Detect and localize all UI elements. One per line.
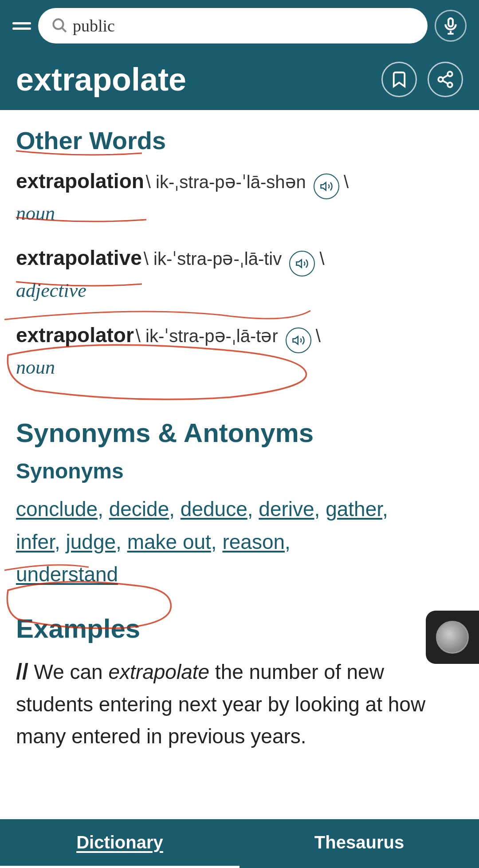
entry-pos-1: noun xyxy=(16,202,463,225)
search-icon xyxy=(51,16,67,35)
word-entry-extrapolative: extrapolative \ ik-ˈstra-pə-ˌlā-tiv \ ad… xyxy=(16,246,463,301)
hamburger-menu[interactable] xyxy=(12,22,31,30)
synonym-derive[interactable]: derive xyxy=(259,497,314,521)
word-header: extrapolate xyxy=(0,51,479,110)
syn-ant-title: Synonyms & Antonyms xyxy=(16,418,314,448)
svg-line-9 xyxy=(443,75,448,78)
entry-pron-2: \ ik-ˈstra-pə-ˌlā-tiv xyxy=(144,249,287,268)
tab-thesaurus-label: Thesaurus xyxy=(314,832,404,852)
synonym-deduce[interactable]: deduce xyxy=(181,497,247,521)
examples-section: Examples // We can extrapolate the numbe… xyxy=(16,613,463,752)
bookmark-button[interactable] xyxy=(381,62,417,97)
synonym-make-out[interactable]: make out xyxy=(127,530,211,553)
entry-sep-3: \ xyxy=(316,326,321,346)
svg-point-0 xyxy=(53,19,63,29)
svg-point-6 xyxy=(438,77,443,82)
synonym-decide[interactable]: decide xyxy=(109,497,169,521)
entry-sep-2: \ xyxy=(319,249,324,268)
svg-point-5 xyxy=(448,72,452,77)
synonym-judge[interactable]: judge xyxy=(66,530,116,553)
search-input[interactable] xyxy=(73,16,415,36)
entry-pron-3: \ ik-ˈstra-pə-ˌlā-tər xyxy=(136,326,283,346)
synonyms-label: Synonyms xyxy=(16,459,463,483)
synonym-conclude[interactable]: conclude xyxy=(16,497,98,521)
example-text: // We can extrapolate the number of new … xyxy=(16,655,463,752)
audio-btn-1[interactable] xyxy=(314,174,339,199)
synonym-understand[interactable]: understand xyxy=(16,563,118,586)
tab-dictionary-label: Dictionary xyxy=(76,832,163,852)
svg-rect-2 xyxy=(448,18,453,26)
audio-btn-3[interactable] xyxy=(286,327,311,353)
word-entry-extrapolation: extrapolation \ ik-ˌstra-pə-ˈlā-shən \ n… xyxy=(16,169,463,225)
synonym-infer[interactable]: infer xyxy=(16,530,55,553)
accessibility-icon xyxy=(436,621,469,654)
entry-name-3: extrapolator xyxy=(16,324,134,347)
svg-line-8 xyxy=(443,81,448,84)
svg-line-1 xyxy=(62,28,66,32)
synonyms-antonyms-section: Synonyms & Antonyms Synonyms conclude, d… xyxy=(16,400,463,591)
svg-marker-11 xyxy=(297,260,302,268)
main-content: Other Words extrapolation \ ik-ˌstra-pə-… xyxy=(0,110,479,841)
other-words-title: Other Words xyxy=(16,126,463,155)
entry-sep-1: \ xyxy=(344,172,349,192)
synonym-reason[interactable]: reason xyxy=(222,530,285,553)
accessibility-button[interactable] xyxy=(426,611,479,664)
svg-marker-12 xyxy=(293,336,298,344)
mic-button[interactable] xyxy=(435,10,467,42)
entry-line-3: extrapolator \ ik-ˈstra-pə-ˌlā-tər \ xyxy=(16,323,463,353)
word-entry-extrapolator: extrapolator \ ik-ˈstra-pə-ˌlā-tər \ nou… xyxy=(16,323,463,379)
quote-mark: // xyxy=(16,659,28,684)
bottom-navigation: Dictionary Thesaurus xyxy=(0,819,479,868)
entry-line-1: extrapolation \ ik-ˌstra-pə-ˈlā-shən \ xyxy=(16,169,463,199)
synonym-gather[interactable]: gather xyxy=(326,497,382,521)
share-button[interactable] xyxy=(428,62,463,97)
svg-point-7 xyxy=(448,83,452,87)
word-title: extrapolate xyxy=(16,61,186,98)
tab-dictionary[interactable]: Dictionary xyxy=(0,819,240,868)
word-actions xyxy=(381,62,463,97)
tab-thesaurus[interactable]: Thesaurus xyxy=(240,819,479,868)
entry-line-2: extrapolative \ ik-ˈstra-pə-ˌlā-tiv \ xyxy=(16,246,463,276)
entry-name-1: extrapolation xyxy=(16,170,144,193)
example-text-italic: extrapolate xyxy=(108,660,209,683)
synonyms-list: conclude, decide, deduce, derive, gather… xyxy=(16,493,463,591)
search-header xyxy=(0,0,479,51)
search-bar-container xyxy=(38,8,428,43)
entry-pos-2: adjective xyxy=(16,279,463,302)
svg-marker-10 xyxy=(321,183,326,191)
entry-pos-3: noun xyxy=(16,356,463,379)
entry-pron-1: \ ik-ˌstra-pə-ˈlā-shən xyxy=(146,172,311,192)
entry-name-2: extrapolative xyxy=(16,246,142,269)
audio-btn-2[interactable] xyxy=(289,251,315,276)
examples-title: Examples xyxy=(16,613,463,644)
example-text-before: We can xyxy=(34,660,109,683)
